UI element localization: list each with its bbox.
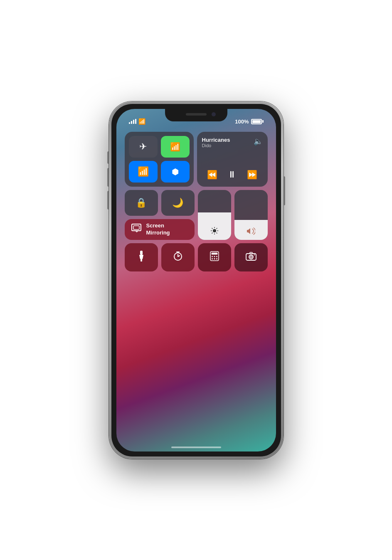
battery-body: [251, 119, 262, 124]
notch: [165, 109, 227, 121]
connectivity-panel: ✈ 📶 📶 ⬢: [125, 132, 194, 187]
brightness-slider[interactable]: [198, 190, 231, 240]
svg-point-17: [212, 256, 213, 257]
cellular-data-button[interactable]: 📶: [161, 136, 190, 158]
bluetooth-icon: ⬢: [172, 167, 179, 177]
track-title: Hurricanes: [202, 137, 230, 143]
flashlight-icon: [138, 251, 144, 264]
svg-rect-1: [133, 226, 139, 229]
svg-point-19: [216, 256, 217, 257]
row-rotation-dnd: 🔒 🌙: [125, 190, 195, 216]
battery-tip: [262, 120, 264, 123]
svg-line-7: [212, 228, 212, 229]
timer-button[interactable]: [161, 243, 195, 271]
volume-slider[interactable]: [234, 190, 268, 240]
home-indicator[interactable]: [171, 447, 221, 448]
signal-bar-1: [129, 122, 130, 124]
volume-up-button[interactable]: [107, 168, 109, 187]
wifi-icon: 📶: [138, 166, 149, 177]
timer-icon: [173, 251, 183, 264]
svg-line-10: [212, 232, 212, 233]
signal-bars: [129, 119, 136, 124]
power-button[interactable]: [284, 176, 285, 205]
brightness-icon: [198, 227, 231, 235]
now-playing-panel[interactable]: Hurricanes Dido 🔈 ⏪ ⏸ ⏩: [197, 132, 268, 187]
now-playing-header: Hurricanes Dido 🔈: [202, 137, 263, 148]
svg-point-20: [212, 258, 213, 259]
airplane-icon: ✈: [139, 141, 147, 152]
phone: 📶 100%: [109, 101, 284, 459]
phone-screen: 📶 100%: [116, 109, 276, 451]
signal-bar-2: [131, 121, 132, 124]
svg-rect-11: [140, 251, 143, 255]
signal-bar-3: [133, 120, 134, 124]
rewind-button[interactable]: ⏪: [205, 168, 219, 181]
svg-line-8: [216, 232, 217, 233]
flashlight-button[interactable]: [125, 243, 158, 271]
pause-button[interactable]: ⏸: [226, 168, 238, 182]
left-controls-col: 🔒 🌙: [125, 190, 195, 240]
svg-point-25: [250, 256, 252, 258]
rotation-lock-icon: 🔒: [136, 197, 147, 208]
control-center: ✈ 📶 📶 ⬢: [125, 132, 268, 271]
do-not-disturb-button[interactable]: 🌙: [161, 190, 195, 216]
screen-mirroring-icon: [131, 224, 142, 235]
wifi-button[interactable]: 📶: [129, 161, 158, 183]
svg-point-2: [213, 229, 216, 232]
volume-icon: [234, 227, 268, 235]
phone-inner: 📶 100%: [111, 104, 281, 456]
svg-rect-13: [141, 259, 142, 261]
svg-rect-16: [211, 252, 217, 254]
svg-marker-12: [139, 255, 143, 259]
fast-forward-button[interactable]: ⏩: [245, 168, 259, 181]
screen-mirroring-label: Screen Mirroring: [146, 222, 170, 237]
sliders-col: [198, 190, 268, 240]
signal-area: 📶: [129, 118, 145, 125]
track-artist: Dido: [202, 143, 230, 148]
moon-icon: 🌙: [172, 197, 183, 208]
camera-button[interactable]: [234, 243, 268, 271]
speaker: [186, 113, 207, 116]
svg-point-18: [214, 256, 215, 257]
battery-fill: [252, 120, 261, 123]
bluetooth-button[interactable]: ⬢: [161, 161, 190, 183]
row-secondary-sliders: 🔒 🌙: [125, 190, 268, 240]
silent-switch[interactable]: [107, 151, 109, 164]
signal-bar-4: [135, 119, 136, 124]
row-connectivity-nowplaying: ✈ 📶 📶 ⬢: [125, 132, 268, 187]
svg-point-21: [214, 258, 215, 259]
row-bottom-controls: [125, 243, 268, 271]
phone-shell: 📶 100%: [109, 101, 284, 459]
screen-mirroring-button[interactable]: Screen Mirroring: [125, 219, 195, 240]
svg-point-22: [216, 258, 217, 259]
volume-down-button[interactable]: [107, 191, 109, 210]
camera-icon: [246, 252, 256, 263]
calculator-button[interactable]: [198, 243, 231, 271]
battery-percent-label: 100%: [235, 118, 249, 125]
svg-point-24: [249, 255, 253, 259]
svg-line-9: [216, 228, 217, 229]
front-camera: [212, 112, 216, 116]
media-controls: ⏪ ⏸ ⏩: [202, 168, 263, 182]
airplane-mode-button[interactable]: ✈: [129, 136, 158, 158]
cellular-icon: 📶: [170, 142, 180, 152]
wifi-status-icon: 📶: [138, 118, 145, 125]
battery-icon: [251, 119, 264, 124]
calculator-icon: [210, 251, 219, 264]
svg-point-26: [254, 254, 254, 255]
brightness-fill: [198, 212, 231, 240]
airplay-icon[interactable]: 🔈: [254, 137, 263, 146]
battery-area: 100%: [235, 118, 263, 125]
rotation-lock-button[interactable]: 🔒: [125, 190, 158, 216]
now-playing-info: Hurricanes Dido: [202, 137, 230, 148]
